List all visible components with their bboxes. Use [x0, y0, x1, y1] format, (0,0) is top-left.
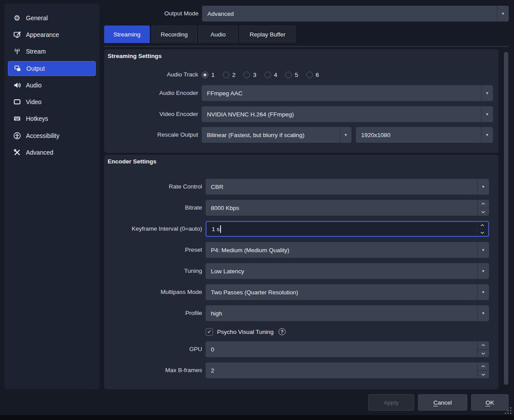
spin-down-button[interactable]	[477, 229, 488, 236]
spin-up-button[interactable]	[478, 362, 489, 371]
radio-track-2[interactable]: 2	[223, 72, 236, 78]
profile-label: Profile	[79, 305, 202, 321]
radio-icon	[223, 72, 229, 78]
output-mode-label: Output Mode	[111, 6, 199, 22]
radio-icon	[243, 72, 250, 78]
sidebar-item-label: Hotkeys	[26, 115, 48, 122]
preset-select[interactable]: P4: Medium (Medium Quality) ▼	[206, 242, 489, 258]
multipass-mode-select[interactable]: Two Passes (Quarter Resolution) ▼	[206, 284, 489, 300]
sidebar-item-stream[interactable]: Stream	[8, 44, 96, 59]
chevron-down-icon: ▼	[481, 127, 493, 143]
tuning-select[interactable]: Low Latency ▼	[206, 263, 489, 279]
multipass-mode-label: Multipass Mode	[79, 284, 202, 300]
sidebar-item-label: Accessibility	[26, 132, 59, 139]
apply-button[interactable]: Apply	[368, 394, 414, 411]
preset-label: Preset	[79, 242, 202, 258]
radio-track-5[interactable]: 5	[285, 72, 298, 78]
output-icon	[13, 65, 22, 73]
stream-icon	[13, 47, 21, 56]
radio-track-4[interactable]: 4	[264, 72, 278, 78]
help-icon[interactable]: ?	[279, 328, 286, 335]
sidebar-item-label: Output	[26, 65, 45, 72]
audio-encoder-select[interactable]: FFmpeg AAC ▼	[202, 85, 493, 101]
sidebar-item-label: Audio	[26, 82, 42, 89]
radio-track-3[interactable]: 3	[243, 72, 257, 78]
vertical-scrollbar[interactable]	[504, 52, 508, 385]
rate-control-label: Rate Control	[79, 179, 202, 195]
bitrate-spinbox[interactable]: 8000 Kbps	[206, 200, 489, 216]
tab-audio[interactable]: Audio	[199, 25, 238, 43]
hotkeys-icon	[13, 115, 21, 123]
sidebar-item-label: Advanced	[26, 149, 53, 156]
video-encoder-label: Video Encoder	[106, 106, 198, 122]
audio-track-radios: 1 2 3 4 5 6	[202, 67, 319, 83]
sidebar-item-audio[interactable]: Audio	[8, 78, 96, 93]
sidebar-item-label: Video	[26, 98, 42, 105]
chevron-down-icon: ▼	[340, 127, 351, 143]
chevron-down-icon: ▼	[477, 284, 489, 300]
spin-down-button[interactable]	[478, 208, 489, 216]
cancel-button[interactable]: Cancel	[418, 394, 467, 411]
psycho-visual-tuning-row: ✓ Psycho Visual Tuning ?	[206, 326, 286, 337]
sidebar-item-advanced[interactable]: Advanced	[8, 145, 96, 160]
sidebar-item-general[interactable]: ⚙ General	[8, 11, 96, 25]
resize-grip-icon[interactable]	[504, 407, 512, 416]
spin-down-button[interactable]	[478, 371, 489, 379]
rescale-resolution-select[interactable]: 1920x1080 ▼	[356, 127, 493, 143]
gpu-spinbox[interactable]: 0	[206, 341, 489, 357]
background-window-strip	[0, 415, 514, 420]
profile-select[interactable]: high ▼	[206, 305, 489, 321]
rate-control-select[interactable]: CBR ▼	[206, 179, 489, 195]
advanced-icon	[13, 148, 21, 157]
radio-track-6[interactable]: 6	[306, 72, 319, 78]
sidebar-item-output[interactable]: Output	[8, 61, 96, 76]
streaming-settings-title: Streaming Settings	[108, 53, 162, 59]
tab-pane-divider	[104, 46, 509, 47]
text-caret	[220, 225, 221, 233]
max-bframes-label: Max B-frames	[79, 362, 202, 378]
sidebar-item-label: Stream	[26, 48, 46, 55]
tab-replay-buffer[interactable]: Replay Buffer	[239, 25, 296, 43]
gear-icon: ⚙	[13, 14, 21, 22]
output-mode-select[interactable]: Advanced ▼	[202, 6, 509, 22]
max-bframes-spinbox[interactable]: 2	[206, 362, 489, 378]
output-mode-value: Advanced	[202, 11, 497, 17]
tab-recording[interactable]: Recording	[152, 25, 197, 43]
chevron-down-icon: ▼	[477, 242, 489, 258]
tab-streaming[interactable]: Streaming	[104, 25, 150, 43]
sidebar-item-video[interactable]: Video	[8, 94, 96, 109]
video-encoder-select[interactable]: NVIDIA NVENC H.264 (FFmpeg) ▼	[202, 106, 493, 122]
audio-icon	[13, 81, 21, 90]
audio-track-label: Audio Track	[106, 67, 198, 83]
rescale-output-label: Rescale Output	[106, 127, 198, 143]
checkbox-checked-icon[interactable]: ✓	[206, 328, 213, 336]
rescale-filter-select[interactable]: Bilinear (Fastest, but blurry if scaling…	[202, 127, 351, 143]
spin-up-button[interactable]	[477, 222, 488, 229]
chevron-down-icon: ▼	[477, 305, 489, 321]
radio-icon	[202, 72, 208, 78]
appearance-icon	[13, 31, 21, 39]
chevron-down-icon: ▼	[481, 106, 493, 122]
sidebar-item-accessibility[interactable]: Accessibility	[8, 128, 96, 143]
radio-icon	[285, 72, 292, 78]
video-icon	[13, 98, 21, 106]
spin-up-button[interactable]	[478, 200, 489, 208]
sidebar-item-appearance[interactable]: Appearance	[8, 27, 96, 42]
ok-button[interactable]: OK	[471, 394, 509, 411]
chevron-down-icon: ▼	[477, 263, 489, 279]
sidebar-item-hotkeys[interactable]: Hotkeys	[8, 111, 96, 126]
encoder-settings-title: Encoder Settings	[108, 158, 156, 165]
spin-down-button[interactable]	[478, 350, 489, 358]
spin-up-button[interactable]	[478, 341, 489, 350]
chevron-down-icon: ▼	[481, 85, 493, 101]
radio-icon	[264, 72, 271, 78]
bitrate-label: Bitrate	[79, 200, 202, 216]
radio-icon	[306, 72, 313, 78]
keyframe-interval-input[interactable]: 1 s	[206, 221, 489, 237]
radio-track-1[interactable]: 1	[202, 72, 215, 78]
psycho-visual-tuning-label: Psycho Visual Tuning	[217, 329, 274, 335]
tuning-label: Tuning	[79, 263, 202, 279]
accessibility-icon	[13, 132, 21, 140]
keyframe-interval-label: Keyframe Interval (0=auto)	[79, 221, 202, 237]
sidebar-item-label: Appearance	[26, 31, 59, 38]
